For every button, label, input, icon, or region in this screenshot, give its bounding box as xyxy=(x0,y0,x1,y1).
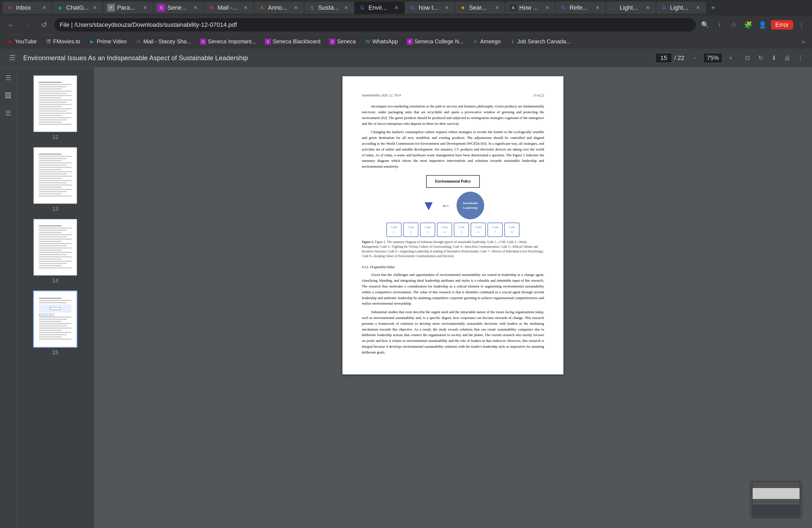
tab-sene1[interactable]: S Sene... ✕ xyxy=(154,2,203,14)
back-button[interactable]: ← xyxy=(4,18,18,31)
bookmark-whatsapp[interactable]: W WhatsApp xyxy=(361,37,402,46)
prime-favicon: ▶ xyxy=(89,39,95,45)
tab-favicon-ligh1: L xyxy=(610,4,618,12)
tab-label-ligh1: Light... xyxy=(620,4,642,11)
bookmark-youtube[interactable]: ▶ YouTube xyxy=(3,37,41,46)
forward-button[interactable]: → xyxy=(21,18,34,31)
tab-close-sene1[interactable]: ✕ xyxy=(192,4,199,12)
bookmark-seneca[interactable]: S Seneca xyxy=(325,37,360,46)
tab-favicon-sene1: S xyxy=(157,4,165,12)
new-tab-button[interactable]: + xyxy=(707,2,720,14)
tab-label-para: Para... xyxy=(117,4,139,11)
tab-inbox[interactable]: ✉ Inbox ✕ xyxy=(2,2,52,14)
search-icon[interactable]: 🔍 xyxy=(699,19,711,31)
menu-icon[interactable]: ⋮ xyxy=(795,19,808,31)
bookmark-seneca-college[interactable]: S Seneca College N... xyxy=(403,37,468,46)
tab-close-ligh2[interactable]: ✕ xyxy=(694,4,702,12)
figure-caption: Figure 2. Figure 2. The summary Diagram … xyxy=(362,240,544,259)
left-panel: ☰ 🖼 ☰ xyxy=(0,68,94,528)
sidebar-outline-button[interactable]: ☰ xyxy=(2,107,14,119)
tab-sear[interactable]: ★ Sear... ✕ xyxy=(455,2,505,14)
tab-favicon-anno: A xyxy=(258,4,266,12)
pdf-toolbar: ☰ Environmental Issues As an Indispensab… xyxy=(0,48,812,68)
code-box-2: Code2 xyxy=(403,223,418,237)
share-icon[interactable]: ↑ xyxy=(713,19,726,31)
thumbnail-12[interactable]: 12 xyxy=(30,72,81,144)
tab-close-chat[interactable]: ✕ xyxy=(91,4,99,12)
bookmark-prime[interactable]: ▶ Prime Video xyxy=(85,37,131,46)
thumbnail-14[interactable]: 14 xyxy=(30,216,81,287)
mini-strip-3 xyxy=(753,500,800,502)
address-input[interactable] xyxy=(54,18,696,31)
thumbnail-15[interactable]: 15 xyxy=(30,287,81,359)
pdf-title: Environmental Issues As an Indispensable… xyxy=(23,54,651,62)
error-badge[interactable]: Error xyxy=(771,20,793,30)
bookmark-ameego[interactable]: A Ameego xyxy=(468,37,505,46)
tab-close-envir[interactable]: ✕ xyxy=(393,4,401,12)
tab-how[interactable]: G how t... ✕ xyxy=(405,2,454,14)
pdf-page-input[interactable] xyxy=(655,53,672,63)
more-button[interactable]: ⋮ xyxy=(794,52,807,64)
code-box-6: Code6 xyxy=(470,223,486,237)
ameego-favicon: A xyxy=(472,39,478,45)
zoom-out-button[interactable]: − xyxy=(689,52,701,64)
tab-ligh2[interactable]: G Light... ✕ xyxy=(656,2,706,14)
download-button[interactable]: ⬇ xyxy=(768,52,780,64)
profile-icon[interactable]: 👤 xyxy=(756,19,769,31)
paragraph-2: Changing the market's consumption cultur… xyxy=(362,129,544,170)
tab-close-ligh1[interactable]: ✕ xyxy=(644,4,652,12)
bookmark-seneca-bb[interactable]: S Seneca Blackboard xyxy=(261,37,324,46)
tab-para[interactable]: P Para... ✕ xyxy=(103,2,153,14)
tab-close-anno[interactable]: ✕ xyxy=(292,4,300,12)
pdf-zoom-input[interactable] xyxy=(703,53,723,63)
bookmark-mail[interactable]: ✉ Mail - Stacey Sha... xyxy=(132,37,195,46)
tab-close-how[interactable]: ✕ xyxy=(443,4,451,12)
bookmark-jobsearch[interactable]: ℹ Job Search Canada... xyxy=(506,37,575,46)
whatsapp-favicon: W xyxy=(365,39,371,45)
bookmark-seneca-imp-label: Seneca Important... xyxy=(208,39,256,45)
address-actions: 🔍 ↑ ☆ 🧩 👤 Error ⋮ xyxy=(699,19,808,31)
bookmarks-more-button[interactable]: » xyxy=(798,37,809,46)
fit-page-button[interactable]: ⊡ xyxy=(741,52,753,64)
tab-mail[interactable]: ✉ Mail -... ✕ xyxy=(204,2,253,14)
tab-close-sear[interactable]: ✕ xyxy=(493,4,501,12)
tab-chat[interactable]: ◆ ChatG... ✕ xyxy=(53,2,103,14)
bookmark-icon[interactable]: ☆ xyxy=(728,19,740,31)
address-bar: ← → ↺ 🔍 ↑ ☆ 🧩 👤 Error ⋮ xyxy=(0,15,812,34)
tab-close-para[interactable]: ✕ xyxy=(141,4,149,12)
tab-favicon-mail: ✉ xyxy=(208,4,215,12)
tab-close-mail[interactable]: ✕ xyxy=(242,4,250,12)
tab-envir[interactable]: G Envir... ✕ xyxy=(354,2,404,14)
paragraph-4: Substantial studies that exist describe … xyxy=(362,309,544,355)
tab-sust[interactable]: S Susta... ✕ xyxy=(304,2,354,14)
tab-close-inbox[interactable]: ✕ xyxy=(40,4,48,12)
tab-howt[interactable]: A How ... ✕ xyxy=(505,2,555,14)
pdf-content-area[interactable]: Sustainability 2020, 12, 7014 15 of 22 e… xyxy=(94,68,812,528)
sidebar-image-button[interactable]: 🖼 xyxy=(2,89,14,102)
code-box-8: Code8 xyxy=(504,223,520,237)
extension-icon[interactable]: 🧩 xyxy=(742,19,754,31)
pdf-menu-button[interactable]: ☰ xyxy=(5,52,19,64)
tab-label-how: how t... xyxy=(419,4,441,11)
rotate-button[interactable]: ↻ xyxy=(755,52,767,64)
jobsearch-favicon: ℹ xyxy=(510,39,516,45)
tab-close-howt[interactable]: ✕ xyxy=(543,4,551,12)
zoom-in-button[interactable]: + xyxy=(725,52,737,64)
tab-close-sust[interactable]: ✕ xyxy=(343,4,350,12)
tab-anno[interactable]: A Anno... ✕ xyxy=(254,2,304,14)
pdf-page-separator: / 22 xyxy=(674,54,684,62)
tab-label-chat: ChatG... xyxy=(66,4,89,11)
tab-refe[interactable]: G Refe... ✕ xyxy=(556,2,605,14)
reload-button[interactable]: ↺ xyxy=(38,18,51,31)
tab-close-refe[interactable]: ✕ xyxy=(594,4,601,12)
tab-ligh1[interactable]: L Light... ✕ xyxy=(606,2,656,14)
tab-favicon-how: G xyxy=(409,4,417,12)
code-box-4: Code4 xyxy=(437,223,452,237)
bookmark-seneca-imp[interactable]: S Seneca Important... xyxy=(196,37,260,46)
sidebar-icons: ☰ 🖼 ☰ xyxy=(0,68,17,528)
bookmark-fmovies[interactable]: 🎬 FMovies.to xyxy=(42,37,84,46)
thumbnail-13[interactable]: 13 xyxy=(30,144,81,216)
tab-bar: ✉ Inbox ✕ ◆ ChatG... ✕ P Para... ✕ S Sen… xyxy=(0,0,812,15)
print-button[interactable]: 🖨 xyxy=(781,52,793,64)
sidebar-thumbnails-button[interactable]: ☰ xyxy=(2,72,14,84)
